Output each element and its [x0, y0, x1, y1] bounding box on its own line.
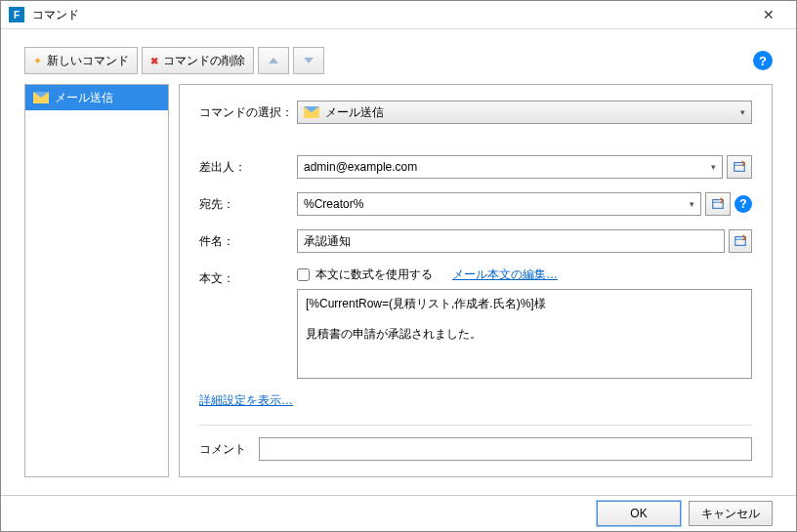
form-panel: コマンドの選択： メール送信 ▾ 差出人：: [179, 84, 773, 477]
use-formula-label: 本文に数式を使用する: [315, 266, 433, 283]
cancel-button[interactable]: キャンセル: [689, 501, 773, 526]
mail-icon: [33, 92, 49, 103]
close-button[interactable]: ✕: [749, 1, 788, 28]
chevron-down-icon: ▾: [711, 162, 716, 172]
body-textarea[interactable]: [%CurrentRow=(見積リスト,作成者.氏名)%]様 見積書の申請が承認…: [297, 289, 752, 379]
body-label: 本文：: [199, 266, 297, 287]
sidebar-item-mail-send[interactable]: メール送信: [25, 85, 168, 110]
from-select[interactable]: admin@example.com ▾: [297, 155, 723, 179]
window-title: コマンド: [32, 7, 749, 23]
chevron-down-icon: ▾: [690, 199, 694, 209]
sidebar-item-label: メール送信: [55, 90, 113, 106]
subject-label: 件名：: [199, 233, 297, 250]
mail-icon: [304, 106, 319, 118]
to-help-button[interactable]: ?: [734, 195, 752, 213]
new-command-button[interactable]: ✦ 新しいコマンド: [24, 47, 138, 74]
move-down-button[interactable]: [293, 47, 324, 74]
subject-input[interactable]: [297, 229, 725, 253]
command-dialog: F コマンド ✕ ✦ 新しいコマンド ✖ コマンドの削除 ?: [0, 0, 797, 532]
new-command-label: 新しいコマンド: [47, 53, 129, 69]
from-picker-button[interactable]: [727, 155, 752, 179]
to-picker-button[interactable]: [705, 192, 731, 216]
chevron-down-icon: ▾: [740, 107, 745, 117]
to-label: 宛先：: [199, 196, 297, 213]
arrow-up-icon: [269, 58, 278, 63]
picker-icon: [734, 234, 747, 248]
app-icon: F: [9, 7, 24, 22]
to-value: %Creator%: [304, 197, 363, 211]
advanced-settings-link[interactable]: 詳細設定を表示…: [199, 393, 293, 407]
svg-rect-0: [734, 163, 745, 172]
svg-rect-1: [713, 200, 724, 209]
picker-icon: [711, 197, 725, 211]
move-up-button[interactable]: [258, 47, 289, 74]
help-button[interactable]: ?: [753, 51, 773, 70]
new-icon: ✦: [33, 55, 42, 67]
delete-command-button[interactable]: ✖ コマンドの削除: [142, 47, 254, 74]
comment-label: コメント: [199, 441, 259, 458]
from-label: 差出人：: [199, 159, 297, 176]
use-formula-checkbox[interactable]: [297, 268, 310, 281]
command-select-value: メール送信: [325, 104, 384, 121]
comment-input[interactable]: [259, 437, 752, 461]
toolbar: ✦ 新しいコマンド ✖ コマンドの削除 ?: [24, 47, 773, 74]
from-value: admin@example.com: [304, 160, 417, 174]
delete-icon: ✖: [150, 56, 158, 66]
command-list: メール送信: [24, 84, 169, 477]
picker-icon: [733, 160, 746, 174]
command-select-label: コマンドの選択：: [199, 104, 297, 121]
edit-body-link[interactable]: メール本文の編集…: [452, 266, 558, 283]
command-select[interactable]: メール送信 ▾: [297, 101, 752, 124]
to-select[interactable]: %Creator% ▾: [297, 192, 701, 216]
ok-button[interactable]: OK: [597, 501, 681, 526]
dialog-footer: OK キャンセル: [1, 495, 796, 531]
arrow-down-icon: [304, 58, 314, 63]
svg-rect-2: [735, 237, 746, 246]
delete-command-label: コマンドの削除: [163, 53, 245, 69]
subject-picker-button[interactable]: [729, 229, 752, 253]
titlebar: F コマンド ✕: [1, 1, 796, 29]
